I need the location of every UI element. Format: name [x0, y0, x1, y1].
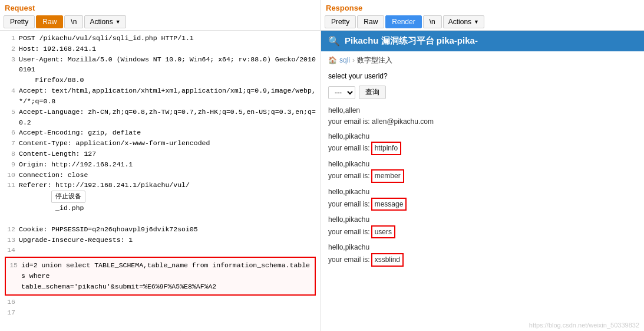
table-row: 2 Host: 192.168.241.1	[5, 44, 316, 54]
table-row: 9 Origin: http://192.168.241.1	[5, 159, 316, 170]
table-row: 8 Content-Length: 127	[5, 149, 316, 159]
request-toolbar: Pretty Raw \n Actions ▼	[0, 14, 321, 31]
highlight-value: xssblind	[371, 253, 404, 267]
watermark: https://blog.csdn.net/weixin_50339832	[321, 319, 644, 331]
response-content: 🏠 sqli › 数字型注入 select your userid? --- 查…	[321, 51, 644, 319]
page-title: Pikachu 漏洞练习平台 pika-pika-	[345, 35, 478, 47]
list-item: hello,pikachu your email is: httpinfo	[328, 131, 637, 155]
n-button-response[interactable]: \n	[423, 15, 442, 28]
chevron-down-icon-response: ▼	[474, 19, 479, 25]
n-button[interactable]: \n	[64, 15, 83, 28]
chevron-down-icon: ▼	[115, 19, 121, 25]
result-name: hello,allen	[328, 105, 637, 116]
sql-injection-line: 15 id=2 union select TABLE_SCHEMA,table_…	[5, 257, 316, 295]
table-row: 12 Cookie: PHPSESSID=q2n26qhoavpl9j6dvik…	[5, 224, 316, 235]
list-item: hello,pikachu your email is: member	[328, 159, 637, 183]
request-panel: Request Pretty Raw \n Actions ▼ 1 POST /…	[0, 0, 321, 331]
table-row: 1 POST /pikachu/vul/sqli/sqli_id.php HTT…	[5, 33, 316, 44]
raw-button[interactable]: Raw	[36, 15, 63, 28]
pretty-button-response[interactable]: Pretty	[325, 15, 356, 28]
result-email: your email is: message	[328, 198, 637, 211]
highlight-value: users	[371, 225, 395, 239]
table-row: 4 Accept: text/html,application/xhtml+xm…	[5, 86, 316, 107]
list-item: hello,pikachu your email is: users	[328, 214, 637, 238]
result-email: your email is: users	[328, 225, 637, 239]
search-icon: 🔍	[328, 35, 340, 47]
table-row: 16	[5, 297, 316, 307]
result-name: hello,pikachu	[328, 214, 637, 225]
breadcrumb-sqli[interactable]: sqli	[339, 55, 350, 66]
result-email: your email is: allen@pikachu.com	[328, 116, 637, 127]
result-email: your email is: httpinfo	[328, 142, 637, 155]
select-label: select your userid?	[328, 71, 637, 82]
request-title: Request	[0, 0, 321, 14]
query-button[interactable]: 查询	[359, 86, 386, 99]
breadcrumb: 🏠 sqli › 数字型注入	[328, 55, 637, 66]
breadcrumb-separator: ›	[352, 55, 355, 66]
annotation-text: 从pikachu的数据库找到表名	[5, 317, 316, 331]
highlight-value: httpinfo	[371, 142, 401, 155]
page-header: 🔍 Pikachu 漏洞练习平台 pika-pika-	[321, 31, 644, 51]
pretty-button[interactable]: Pretty	[4, 15, 35, 28]
result-name: hello,pikachu	[328, 159, 637, 170]
table-row: 7 Content-Type: application/x-www-form-u…	[5, 138, 316, 149]
list-item: hello,allen your email is: allen@pikachu…	[328, 105, 637, 127]
breadcrumb-current: 数字型注入	[357, 55, 392, 66]
result-email: your email is: xssblind	[328, 253, 637, 267]
stop-badge[interactable]: 停止设备	[51, 191, 85, 203]
actions-button-response[interactable]: Actions ▼	[443, 15, 484, 28]
table-row: 5 Accept-Language: zh-CN,zh;q=0.8,zh-TW;…	[5, 107, 316, 128]
result-email: your email is: member	[328, 169, 637, 183]
table-row: 14	[5, 245, 316, 255]
table-row: 10 Connection: close	[5, 170, 316, 181]
result-name: hello,pikachu	[328, 186, 637, 198]
raw-button-response[interactable]: Raw	[357, 15, 384, 28]
table-row: 6 Accept-Encoding: gzip, deflate	[5, 127, 316, 138]
select-row: --- 查询	[328, 86, 637, 99]
response-panel: Response Pretty Raw Render \n Actions ▼ …	[321, 0, 644, 331]
response-title: Response	[321, 0, 644, 14]
highlight-value: member	[371, 169, 404, 183]
table-row: 17	[5, 307, 316, 318]
request-body: 1 POST /pikachu/vul/sqli/sqli_id.php HTT…	[0, 31, 321, 331]
table-row: 11 Referer: http://192.168.241.1/pikachu…	[5, 180, 316, 224]
home-icon: 🏠	[328, 55, 337, 66]
result-name: hello,pikachu	[328, 131, 637, 142]
response-toolbar: Pretty Raw Render \n Actions ▼	[321, 14, 644, 31]
actions-button[interactable]: Actions ▼	[84, 15, 126, 28]
userid-select[interactable]: ---	[328, 86, 355, 99]
table-row: 3 User-Agent: Mozilla/5.0 (Windows NT 10…	[5, 54, 316, 76]
list-item: hello,pikachu your email is: xssblind	[328, 242, 637, 266]
highlight-value: message	[371, 198, 407, 211]
result-name: hello,pikachu	[328, 242, 637, 253]
list-item: hello,pikachu your email is: message	[328, 186, 637, 211]
table-row: Firefox/88.0	[5, 75, 316, 86]
table-row: 13 Upgrade-Insecure-Requests: 1	[5, 235, 316, 245]
render-button[interactable]: Render	[385, 15, 421, 28]
